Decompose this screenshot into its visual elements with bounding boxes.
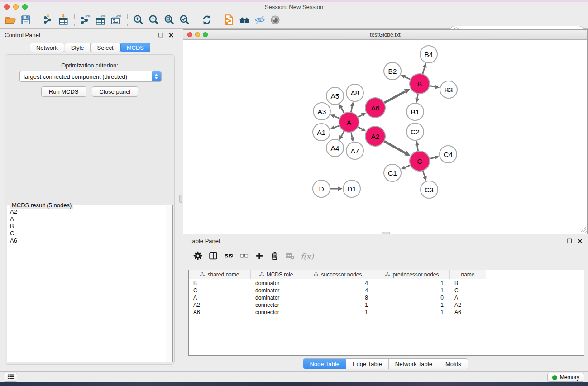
table-cell[interactable]: A: [189, 294, 251, 301]
tab-select[interactable]: Select: [91, 43, 120, 52]
zoom-out-button[interactable]: [146, 13, 162, 27]
column-header-predecessor-nodes[interactable]: predecessor nodes: [374, 270, 450, 279]
result-list-scrollbar[interactable]: [166, 206, 172, 362]
edge-A-A4[interactable]: [341, 131, 344, 136]
tab-style[interactable]: Style: [65, 43, 91, 52]
edge-A-A3[interactable]: [335, 116, 339, 118]
edge-A2-C[interactable]: [384, 141, 406, 153]
graph-node-A4[interactable]: A4: [326, 139, 344, 157]
tab-edge-table[interactable]: Edge Table: [346, 359, 389, 369]
table-cell[interactable]: A: [450, 294, 486, 301]
table-row[interactable]: Bdominator41B: [189, 280, 584, 287]
table-cell[interactable]: 1: [301, 301, 374, 309]
result-list-item[interactable]: A2: [8, 208, 165, 215]
tab-motifs[interactable]: Motifs: [439, 359, 468, 369]
export-network-button[interactable]: [78, 13, 93, 27]
table-cell[interactable]: 1: [374, 301, 450, 309]
close-panel-icon[interactable]: [168, 32, 175, 38]
edge-A-A2[interactable]: [358, 127, 362, 129]
graph-node-B3[interactable]: B3: [440, 81, 457, 98]
graph-node-A[interactable]: A: [339, 112, 359, 132]
edge-C-C3[interactable]: [423, 171, 425, 177]
table-cell[interactable]: connector: [251, 309, 301, 316]
table-cell[interactable]: 4: [301, 280, 374, 287]
graph-node-A2[interactable]: A2: [365, 126, 385, 146]
delete-columns-button[interactable]: [268, 250, 282, 263]
table-row[interactable]: Adominator80A: [189, 294, 584, 301]
edge-C-C4[interactable]: [430, 157, 435, 159]
table-cell[interactable]: dominator: [251, 287, 301, 294]
table-cell[interactable]: 1: [374, 309, 450, 316]
import-network-button[interactable]: [40, 13, 56, 27]
unselect-all-columns-button[interactable]: [237, 250, 251, 263]
graph-node-A5[interactable]: A5: [326, 87, 344, 105]
graph-node-B4[interactable]: B4: [420, 46, 437, 63]
splitter-handle-horizontal[interactable]: [382, 232, 390, 234]
tab-node-table[interactable]: Node Table: [303, 359, 346, 369]
table-cell[interactable]: C: [450, 287, 486, 294]
table-cell[interactable]: A6: [450, 309, 486, 316]
result-list-item[interactable]: B: [8, 223, 165, 230]
tab-mcds[interactable]: MCDS: [120, 43, 150, 52]
table-cell[interactable]: A6: [189, 309, 251, 316]
import-table-button[interactable]: [56, 13, 71, 27]
optimization-criterion-dropdown[interactable]: largest connected component (directed): [19, 71, 162, 82]
graph-node-C[interactable]: C: [410, 151, 430, 171]
table-row[interactable]: Cdominator41C: [189, 287, 584, 294]
graph-node-B2[interactable]: B2: [384, 62, 401, 80]
edge-A-A5[interactable]: [341, 108, 344, 113]
create-new-column-button[interactable]: [253, 250, 266, 263]
network-canvas[interactable]: B4B2BB3B1A5A8A6A3AA1A2C2A4A7C4CC1C3DD1: [183, 40, 587, 234]
close-panel-button[interactable]: Close panel: [92, 86, 139, 97]
table-cell[interactable]: A2: [450, 301, 486, 309]
table-cell[interactable]: 1: [301, 309, 374, 316]
save-session-button[interactable]: [18, 13, 33, 27]
float-table-panel-icon[interactable]: [566, 238, 573, 246]
graph-node-C4[interactable]: C4: [440, 146, 457, 163]
select-all-columns-button[interactable]: [222, 250, 235, 263]
refresh-button[interactable]: [199, 13, 215, 27]
zoom-selected-button[interactable]: [177, 13, 192, 27]
edge-A-A6[interactable]: [358, 115, 362, 117]
result-list-item[interactable]: A6: [8, 237, 165, 244]
new-network-from-selection-button[interactable]: [221, 13, 237, 27]
memory-button[interactable]: Memory: [547, 373, 584, 382]
table-cell[interactable]: C: [189, 287, 251, 294]
hide-selected-button[interactable]: [252, 13, 268, 27]
graph-node-B[interactable]: B: [410, 74, 430, 94]
table-cell[interactable]: 8: [301, 294, 374, 301]
table-cell[interactable]: B: [189, 280, 251, 287]
edge-C-C2[interactable]: [417, 145, 418, 151]
tab-network[interactable]: Network: [30, 43, 64, 52]
column-header-MCDS-role[interactable]: MCDS role: [251, 270, 301, 279]
zoom-fit-button[interactable]: [162, 13, 177, 27]
graph-node-A7[interactable]: A7: [346, 142, 363, 159]
zoom-in-button[interactable]: [131, 13, 146, 27]
graph-node-C1[interactable]: C1: [384, 164, 401, 181]
edge-C-C1[interactable]: [405, 165, 410, 167]
table-cell[interactable]: A2: [189, 301, 251, 309]
graph-node-A1[interactable]: A1: [313, 124, 330, 141]
edge-A-A7[interactable]: [351, 133, 352, 138]
float-panel-icon[interactable]: [158, 32, 164, 38]
table-cell[interactable]: dominator: [251, 280, 301, 287]
window-resize-grip[interactable]: [581, 227, 587, 233]
edge-A6-B[interactable]: [384, 91, 405, 103]
export-image-button[interactable]: [109, 13, 124, 27]
show-panels-button[interactable]: [4, 373, 17, 382]
table-cell[interactable]: 1: [374, 287, 450, 294]
result-list-item[interactable]: A: [8, 215, 165, 223]
splitter-handle-vertical[interactable]: [179, 195, 182, 203]
graph-node-C3[interactable]: C3: [421, 181, 438, 198]
table-row[interactable]: A2connector11A2: [189, 301, 584, 309]
run-mcds-button[interactable]: Run MCDS: [41, 86, 86, 97]
edge-A-A8[interactable]: [351, 106, 353, 112]
table-cell[interactable]: 1: [374, 280, 450, 287]
graph-node-A6[interactable]: A6: [365, 98, 385, 118]
table-cell[interactable]: connector: [251, 301, 301, 309]
column-header-successor-nodes[interactable]: successor nodes: [301, 270, 374, 279]
tab-network-table[interactable]: Network Table: [389, 359, 439, 369]
table-row[interactable]: A6connector11A6: [189, 309, 584, 316]
table-cell[interactable]: 4: [301, 287, 374, 294]
graph-node-B1[interactable]: B1: [406, 103, 424, 120]
